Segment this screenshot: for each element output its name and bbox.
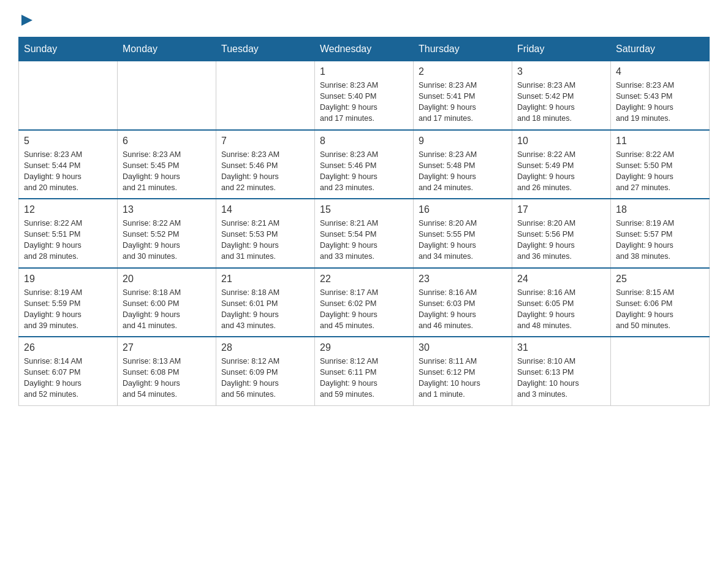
day-number: 2: [419, 66, 507, 77]
day-info: Sunrise: 8:23 AM Sunset: 5:40 PM Dayligh…: [320, 80, 408, 124]
calendar-week-row: 5Sunrise: 8:23 AM Sunset: 5:44 PM Daylig…: [19, 130, 710, 199]
calendar-cell: 10Sunrise: 8:22 AM Sunset: 5:49 PM Dayli…: [512, 130, 611, 199]
day-number: 23: [419, 274, 507, 285]
calendar-cell: 3Sunrise: 8:23 AM Sunset: 5:42 PM Daylig…: [512, 61, 611, 130]
calendar-cell: 29Sunrise: 8:12 AM Sunset: 6:11 PM Dayli…: [315, 337, 414, 405]
calendar-week-row: 1Sunrise: 8:23 AM Sunset: 5:40 PM Daylig…: [19, 61, 710, 130]
calendar-cell: 30Sunrise: 8:11 AM Sunset: 6:12 PM Dayli…: [414, 337, 512, 405]
calendar-cell: 6Sunrise: 8:23 AM Sunset: 5:45 PM Daylig…: [118, 130, 216, 199]
day-info: Sunrise: 8:20 AM Sunset: 5:55 PM Dayligh…: [419, 218, 507, 262]
day-info: Sunrise: 8:23 AM Sunset: 5:42 PM Dayligh…: [517, 80, 605, 124]
day-number: 14: [221, 204, 309, 215]
day-number: 18: [616, 204, 704, 215]
day-number: 8: [320, 136, 408, 147]
day-info: Sunrise: 8:17 AM Sunset: 6:02 PM Dayligh…: [320, 287, 408, 332]
calendar-cell: [611, 337, 710, 405]
day-info: Sunrise: 8:23 AM Sunset: 5:41 PM Dayligh…: [419, 80, 507, 124]
day-info: Sunrise: 8:22 AM Sunset: 5:51 PM Dayligh…: [24, 218, 112, 262]
day-number: 4: [616, 66, 704, 77]
day-number: 11: [616, 136, 704, 147]
calendar-cell: 11Sunrise: 8:22 AM Sunset: 5:50 PM Dayli…: [611, 130, 710, 199]
day-info: Sunrise: 8:23 AM Sunset: 5:44 PM Dayligh…: [24, 149, 112, 194]
calendar-week-row: 12Sunrise: 8:22 AM Sunset: 5:51 PM Dayli…: [19, 199, 710, 268]
day-info: Sunrise: 8:12 AM Sunset: 6:09 PM Dayligh…: [221, 356, 309, 400]
day-number: 26: [24, 342, 112, 353]
day-number: 22: [320, 274, 408, 285]
weekday-header-friday: Friday: [512, 37, 611, 61]
logo: [18, 12, 34, 27]
day-info: Sunrise: 8:16 AM Sunset: 6:05 PM Dayligh…: [517, 287, 605, 332]
weekday-header-wednesday: Wednesday: [315, 37, 414, 61]
day-info: Sunrise: 8:19 AM Sunset: 5:59 PM Dayligh…: [24, 287, 112, 332]
day-number: 30: [419, 342, 507, 353]
day-info: Sunrise: 8:14 AM Sunset: 6:07 PM Dayligh…: [24, 356, 112, 400]
day-info: Sunrise: 8:21 AM Sunset: 5:53 PM Dayligh…: [221, 218, 309, 262]
day-info: Sunrise: 8:10 AM Sunset: 6:13 PM Dayligh…: [517, 356, 605, 400]
day-info: Sunrise: 8:22 AM Sunset: 5:49 PM Dayligh…: [517, 149, 605, 194]
day-info: Sunrise: 8:22 AM Sunset: 5:50 PM Dayligh…: [616, 149, 704, 194]
logo-arrow-icon: [20, 13, 34, 27]
day-info: Sunrise: 8:18 AM Sunset: 6:01 PM Dayligh…: [221, 287, 309, 332]
day-number: 28: [221, 342, 309, 353]
day-info: Sunrise: 8:18 AM Sunset: 6:00 PM Dayligh…: [123, 287, 211, 332]
calendar-cell: 18Sunrise: 8:19 AM Sunset: 5:57 PM Dayli…: [611, 199, 710, 268]
calendar-cell: 16Sunrise: 8:20 AM Sunset: 5:55 PM Dayli…: [414, 199, 512, 268]
calendar-cell: 31Sunrise: 8:10 AM Sunset: 6:13 PM Dayli…: [512, 337, 611, 405]
calendar-cell: 22Sunrise: 8:17 AM Sunset: 6:02 PM Dayli…: [315, 268, 414, 337]
calendar-cell: 24Sunrise: 8:16 AM Sunset: 6:05 PM Dayli…: [512, 268, 611, 337]
day-info: Sunrise: 8:11 AM Sunset: 6:12 PM Dayligh…: [419, 356, 507, 400]
weekday-header-sunday: Sunday: [19, 37, 118, 61]
svg-marker-0: [21, 15, 32, 26]
day-number: 17: [517, 204, 605, 215]
day-number: 19: [24, 274, 112, 285]
day-number: 7: [221, 136, 309, 147]
calendar-week-row: 26Sunrise: 8:14 AM Sunset: 6:07 PM Dayli…: [19, 337, 710, 405]
page-header: [18, 12, 710, 27]
day-number: 20: [123, 274, 211, 285]
day-info: Sunrise: 8:23 AM Sunset: 5:46 PM Dayligh…: [221, 149, 309, 194]
day-number: 15: [320, 204, 408, 215]
calendar-cell: 26Sunrise: 8:14 AM Sunset: 6:07 PM Dayli…: [19, 337, 118, 405]
day-number: 29: [320, 342, 408, 353]
calendar-cell: 7Sunrise: 8:23 AM Sunset: 5:46 PM Daylig…: [216, 130, 315, 199]
day-number: 25: [616, 274, 704, 285]
calendar-cell: 15Sunrise: 8:21 AM Sunset: 5:54 PM Dayli…: [315, 199, 414, 268]
weekday-header-row: SundayMondayTuesdayWednesdayThursdayFrid…: [19, 37, 710, 61]
day-number: 6: [123, 136, 211, 147]
calendar-cell: 2Sunrise: 8:23 AM Sunset: 5:41 PM Daylig…: [414, 61, 512, 130]
calendar-cell: 19Sunrise: 8:19 AM Sunset: 5:59 PM Dayli…: [19, 268, 118, 337]
day-info: Sunrise: 8:19 AM Sunset: 5:57 PM Dayligh…: [616, 218, 704, 262]
day-number: 16: [419, 204, 507, 215]
day-info: Sunrise: 8:15 AM Sunset: 6:06 PM Dayligh…: [616, 287, 704, 332]
day-info: Sunrise: 8:22 AM Sunset: 5:52 PM Dayligh…: [123, 218, 211, 262]
calendar-cell: 4Sunrise: 8:23 AM Sunset: 5:43 PM Daylig…: [611, 61, 710, 130]
day-number: 9: [419, 136, 507, 147]
calendar-cell: 12Sunrise: 8:22 AM Sunset: 5:51 PM Dayli…: [19, 199, 118, 268]
calendar-cell: 13Sunrise: 8:22 AM Sunset: 5:52 PM Dayli…: [118, 199, 216, 268]
day-number: 21: [221, 274, 309, 285]
day-info: Sunrise: 8:13 AM Sunset: 6:08 PM Dayligh…: [123, 356, 211, 400]
day-number: 10: [517, 136, 605, 147]
day-number: 5: [24, 136, 112, 147]
day-info: Sunrise: 8:21 AM Sunset: 5:54 PM Dayligh…: [320, 218, 408, 262]
weekday-header-tuesday: Tuesday: [216, 37, 315, 61]
calendar-cell: 14Sunrise: 8:21 AM Sunset: 5:53 PM Dayli…: [216, 199, 315, 268]
calendar-cell: [19, 61, 118, 130]
day-info: Sunrise: 8:23 AM Sunset: 5:43 PM Dayligh…: [616, 80, 704, 124]
weekday-header-saturday: Saturday: [611, 37, 710, 61]
day-info: Sunrise: 8:23 AM Sunset: 5:48 PM Dayligh…: [419, 149, 507, 194]
day-number: 13: [123, 204, 211, 215]
weekday-header-monday: Monday: [118, 37, 216, 61]
day-info: Sunrise: 8:16 AM Sunset: 6:03 PM Dayligh…: [419, 287, 507, 332]
weekday-header-thursday: Thursday: [414, 37, 512, 61]
day-number: 27: [123, 342, 211, 353]
day-info: Sunrise: 8:20 AM Sunset: 5:56 PM Dayligh…: [517, 218, 605, 262]
calendar-cell: 21Sunrise: 8:18 AM Sunset: 6:01 PM Dayli…: [216, 268, 315, 337]
day-number: 12: [24, 204, 112, 215]
day-number: 3: [517, 66, 605, 77]
calendar-cell: 28Sunrise: 8:12 AM Sunset: 6:09 PM Dayli…: [216, 337, 315, 405]
calendar-cell: 8Sunrise: 8:23 AM Sunset: 5:46 PM Daylig…: [315, 130, 414, 199]
calendar-cell: 1Sunrise: 8:23 AM Sunset: 5:40 PM Daylig…: [315, 61, 414, 130]
calendar-week-row: 19Sunrise: 8:19 AM Sunset: 5:59 PM Dayli…: [19, 268, 710, 337]
day-number: 31: [517, 342, 605, 353]
